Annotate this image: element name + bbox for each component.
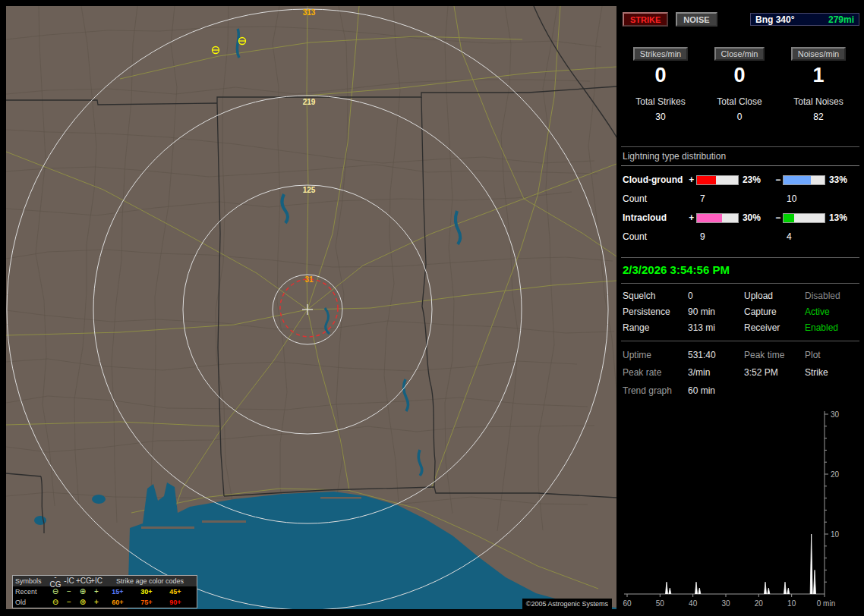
- range-value: 313 mi: [688, 322, 744, 333]
- ic-negative-bar-fill: [784, 214, 794, 222]
- copyright-text: ©2005 Astrogenic Systems: [522, 599, 612, 609]
- neg-cg-icon: ⊖: [49, 599, 62, 606]
- upload-status: Disabled: [805, 291, 859, 301]
- trend-graph-label: Trend graph: [623, 385, 688, 396]
- pos-ic-icon: +: [90, 588, 103, 596]
- close-per-min-value: 0: [733, 64, 745, 86]
- cg-positive-bar: [696, 175, 738, 185]
- cloud-ground-row: Cloud-ground + 23% − 33%: [621, 174, 859, 185]
- persistence-label: Persistence: [623, 306, 688, 317]
- legend-col-pos-ic: +IC: [90, 577, 103, 585]
- legend-old-label: Old: [13, 599, 49, 606]
- ic-negative-percent: 13%: [825, 212, 859, 223]
- legend-recent-label: Recent: [13, 588, 49, 596]
- nexstorm-window: 313 219 125 31 Symbols -CG -IC +CG +IC S…: [0, 0, 864, 616]
- plus-sign: +: [686, 212, 696, 223]
- receiver-status: Enabled: [805, 322, 859, 333]
- svg-text:30: 30: [721, 599, 730, 608]
- map-canvas[interactable]: 313 219 125 31: [6, 6, 616, 609]
- intracloud-count-row: Count 9 4: [621, 231, 859, 242]
- neg-ic-icon: −: [62, 599, 76, 606]
- map-legend: Symbols -CG -IC +CG +IC Strike age color…: [12, 575, 197, 608]
- legend-symbols-header: Symbols: [13, 577, 49, 585]
- ic-positive-percent: 30%: [739, 212, 773, 223]
- age-code-60: 60+: [103, 599, 132, 606]
- intracloud-row: Intracloud + 30% − 13%: [621, 212, 859, 223]
- total-close-value: 0: [737, 112, 743, 122]
- svg-text:30: 30: [831, 410, 840, 419]
- svg-text:60: 60: [623, 599, 632, 608]
- squelch-label: Squelch: [623, 291, 688, 301]
- strike-button[interactable]: STRIKE: [623, 12, 668, 27]
- current-datetime: 2/3/2026 3:54:56 PM: [621, 257, 859, 284]
- svg-text:40: 40: [689, 599, 698, 608]
- neg-cg-icon: ⊖: [49, 588, 62, 596]
- svg-text:50: 50: [656, 599, 665, 608]
- intracloud-label: Intracloud: [623, 212, 686, 223]
- close-column: Close/min 0 Total Close 0: [700, 47, 779, 122]
- bearing-label: Bng 340°: [755, 14, 794, 25]
- cg-negative-bar: [783, 175, 825, 185]
- svg-text:20: 20: [831, 470, 840, 479]
- strikes-per-min-button[interactable]: Strikes/min: [633, 47, 688, 61]
- total-noises-value: 82: [813, 112, 823, 122]
- strikes-column: Strikes/min 0 Total Strikes 30: [621, 47, 700, 122]
- ic-positive-bar: [696, 213, 738, 223]
- count-label: Count: [623, 231, 700, 242]
- cg-positive-bar-fill: [697, 176, 716, 184]
- cloud-ground-count-row: Count 7 10: [621, 193, 859, 204]
- capture-label: Capture: [744, 306, 805, 317]
- cg-positive-percent: 23%: [739, 174, 773, 185]
- noise-button[interactable]: NOISE: [676, 12, 717, 27]
- total-strikes-value: 30: [655, 112, 665, 122]
- noises-column: Noises/min 1 Total Noises 82: [779, 47, 858, 122]
- ring-label-219: 219: [303, 98, 316, 106]
- svg-text:10: 10: [787, 599, 796, 608]
- svg-text:10: 10: [831, 530, 840, 539]
- ring-label-313: 313: [303, 8, 316, 17]
- cg-negative-percent: 33%: [825, 174, 859, 185]
- legend-age-header: Strike age color codes: [103, 577, 197, 585]
- capture-status: Active: [805, 306, 859, 317]
- trend-graph-row: Trend graph 60 min: [621, 385, 859, 396]
- ic-positive-bar-fill: [697, 214, 721, 222]
- ic-positive-count: 9: [700, 231, 787, 242]
- peak-rate-label: Peak rate: [623, 367, 688, 378]
- plot-value: Strike: [805, 367, 859, 378]
- uptime-value: 531:40: [688, 350, 744, 360]
- cg-negative-bar-fill: [784, 176, 810, 184]
- trend-graph: 1020306050403020100 min: [623, 408, 859, 610]
- rate-counters: Strikes/min 0 Total Strikes 30 Close/min…: [621, 47, 859, 122]
- trend-window-value: 60 min: [688, 385, 715, 396]
- bearing-display: Bng 340° 279mi: [750, 13, 859, 26]
- age-code-75: 75+: [132, 599, 161, 606]
- legend-col-pos-cg: +CG: [76, 577, 90, 585]
- upload-label: Upload: [744, 291, 805, 301]
- age-code-45: 45+: [161, 588, 190, 596]
- noises-per-min-value: 1: [812, 64, 824, 86]
- noises-per-min-button[interactable]: Noises/min: [791, 47, 846, 61]
- range-label: Range: [623, 322, 688, 333]
- distribution-title: Lightning type distribution: [621, 147, 859, 166]
- peak-time-value: 3:52 PM: [744, 367, 805, 378]
- close-per-min-button[interactable]: Close/min: [714, 47, 765, 61]
- status-panel: STRIKE NOISE Bng 340° 279mi Strikes/min …: [621, 6, 859, 611]
- ic-negative-count: 4: [787, 231, 792, 242]
- svg-text:20: 20: [755, 599, 764, 608]
- ring-label-31: 31: [304, 275, 314, 284]
- count-label: Count: [623, 193, 700, 204]
- ring-label-125: 125: [303, 186, 316, 194]
- plus-sign: +: [686, 174, 696, 185]
- minus-sign: −: [773, 174, 783, 185]
- plot-label: Plot: [805, 350, 859, 360]
- minus-sign: −: [773, 212, 783, 223]
- total-strikes-label: Total Strikes: [635, 96, 685, 107]
- cloud-ground-label: Cloud-ground: [623, 174, 686, 185]
- lightning-map[interactable]: 313 219 125 31 Symbols -CG -IC +CG +IC S…: [6, 6, 616, 609]
- uptime-label: Uptime: [623, 350, 688, 360]
- legend-header: Symbols -CG -IC +CG +IC Strike age color…: [13, 576, 197, 586]
- legend-col-neg-ic: -IC: [62, 577, 76, 585]
- total-close-label: Total Close: [717, 96, 762, 107]
- legend-col-neg-cg: -CG: [49, 574, 62, 589]
- stats-grid: Uptime 531:40 Peak time Plot Peak rate 3…: [621, 341, 859, 378]
